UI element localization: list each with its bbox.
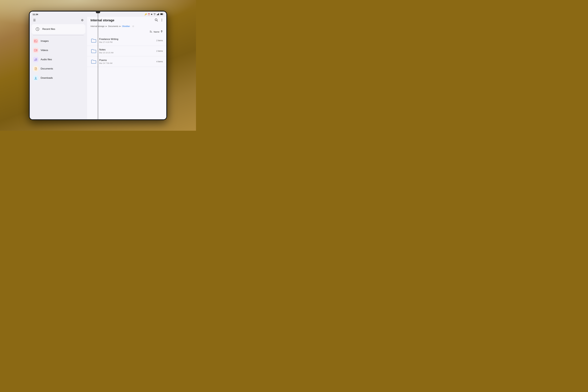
sort-label[interactable]: Name xyxy=(154,30,160,33)
file-count-freelance: 2 items xyxy=(156,39,163,42)
key-icon: 🔑 xyxy=(144,13,147,16)
right-panel: Internal storage xyxy=(87,17,166,119)
left-panel-header: ☰ ⚙ xyxy=(30,17,87,24)
status-icons: 🔑 ⏰ ✱ xyxy=(144,13,164,16)
header-actions xyxy=(155,18,164,22)
file-list: Freelance Writing Mar 27 4:16 PM 2 items xyxy=(87,35,166,119)
file-info-freelance: Freelance Writing Mar 27 4:16 PM xyxy=(99,38,154,43)
file-date-freelance: Mar 27 4:16 PM xyxy=(99,41,154,43)
videos-icon xyxy=(33,48,38,53)
sidebar-item-label-documents: Documents xyxy=(41,67,53,70)
sort-icon xyxy=(150,30,152,33)
sidebar-item-label-downloads: Downloads xyxy=(41,76,53,80)
folder-icon-poems xyxy=(90,58,97,65)
left-panel: ☰ ⚙ Recent files xyxy=(30,17,87,119)
sidebar-item-documents[interactable]: Documents xyxy=(30,64,87,73)
audio-icon xyxy=(33,57,38,62)
sort-bar: Name xyxy=(87,30,166,35)
bluetooth-icon: ✱ xyxy=(151,13,152,16)
alarm-icon: ⏰ xyxy=(148,13,150,16)
images-icon xyxy=(33,38,38,44)
battery-icon xyxy=(160,13,164,16)
file-count-poems: 4 items xyxy=(156,60,163,63)
sidebar-item-label-recent: Recent files xyxy=(42,28,55,30)
panel-title: Internal storage xyxy=(90,18,114,22)
folder-icon-notes xyxy=(90,48,97,54)
file-item-notes[interactable]: Notes Mar 23 10:15 AM 2 items xyxy=(87,46,166,56)
file-name-poems: Poems xyxy=(99,59,154,62)
more-options-button[interactable] xyxy=(160,18,164,22)
sort-direction-icon[interactable] xyxy=(160,30,163,34)
documents-icon xyxy=(33,66,38,71)
fold-crease xyxy=(98,11,98,120)
breadcrumb-documents[interactable]: Documents xyxy=(108,25,118,28)
svg-rect-0 xyxy=(157,14,157,15)
right-panel-header: Internal storage xyxy=(87,17,166,24)
sidebar-item-images[interactable]: Images xyxy=(30,36,87,46)
downloads-icon xyxy=(33,75,38,80)
sidebar-item-videos[interactable]: Videos xyxy=(30,46,87,55)
svg-point-16 xyxy=(162,19,162,19)
file-item-poems[interactable]: Poems Mar 24 7:58 AM 4 items xyxy=(87,56,166,67)
folder-icon-freelance xyxy=(90,37,97,44)
breadcrumb-obsidian[interactable]: Obsidian xyxy=(122,25,130,28)
sidebar-item-label-audio: Audio files xyxy=(41,58,52,61)
menu-button[interactable]: ☰ xyxy=(33,18,36,22)
favorite-button[interactable]: ☆ xyxy=(132,25,134,28)
file-item-freelance-writing[interactable]: Freelance Writing Mar 27 4:16 PM 2 items xyxy=(87,35,166,46)
svg-point-17 xyxy=(162,20,162,20)
status-time: 11:34 xyxy=(32,13,38,16)
sidebar-item-audio[interactable]: Audio files xyxy=(30,55,87,64)
file-date-notes: Mar 23 10:15 AM xyxy=(99,52,154,54)
sidebar-item-label-images: Images xyxy=(41,40,49,42)
svg-rect-3 xyxy=(158,13,159,15)
phone-device: 11:34 🔑 ⏰ ✱ xyxy=(29,11,167,120)
svg-rect-5 xyxy=(160,14,162,15)
search-button[interactable] xyxy=(155,18,158,22)
svg-point-18 xyxy=(162,21,162,21)
recent-icon xyxy=(35,26,40,32)
file-name-notes: Notes xyxy=(99,48,154,51)
sidebar-item-downloads[interactable]: Downloads xyxy=(30,73,87,82)
file-info-poems: Poems Mar 24 7:58 AM xyxy=(99,59,154,64)
sidebar-item-recent[interactable]: Recent files xyxy=(32,24,85,34)
settings-button[interactable]: ⚙ xyxy=(81,18,84,22)
breadcrumb-arrow-2: ▶ xyxy=(120,25,121,27)
breadcrumb-arrow-1: ▶ xyxy=(106,25,107,27)
file-count-notes: 2 items xyxy=(156,50,163,52)
sidebar-item-label-videos: Videos xyxy=(41,49,48,52)
wifi-icon xyxy=(153,13,156,16)
signal-icon xyxy=(157,13,160,16)
file-name-freelance: Freelance Writing xyxy=(99,38,154,41)
svg-rect-1 xyxy=(158,14,158,15)
fold-crease-top xyxy=(96,11,100,13)
svg-rect-2 xyxy=(158,14,158,15)
file-info-notes: Notes Mar 23 10:15 AM xyxy=(99,48,154,54)
breadcrumb: Internal storage ▶ Documents ▶ Obsidian … xyxy=(87,24,166,30)
file-date-poems: Mar 24 7:58 AM xyxy=(99,62,154,64)
